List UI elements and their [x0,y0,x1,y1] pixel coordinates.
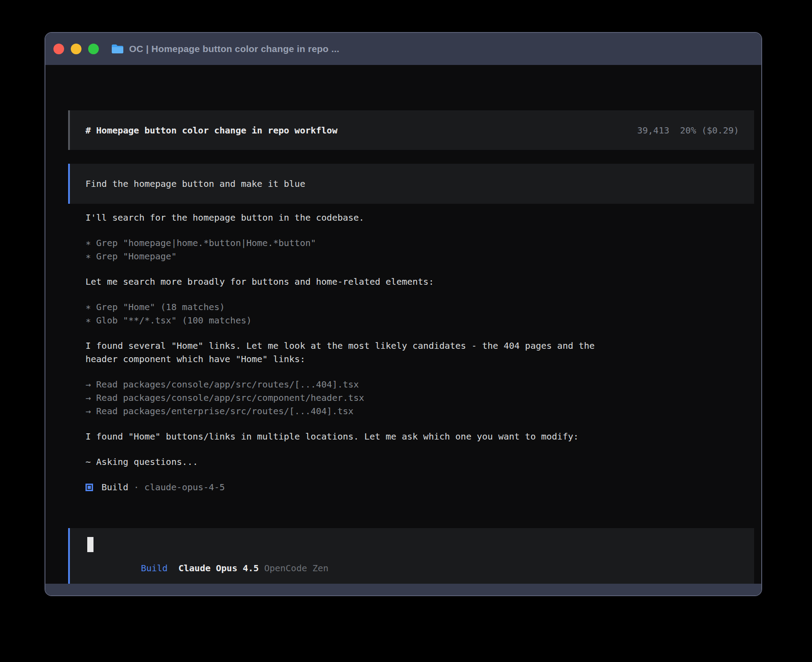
spacer [259,563,264,573]
composer-meta: Build Claude Opus 4.5 OpenCode Zen [87,552,329,584]
desktop: OC | Homepage button color change in rep… [0,0,812,662]
zoom-button[interactable] [88,44,99,54]
spacer [168,563,179,573]
assistant-text-line: Let me search more broadly for buttons a… [85,275,754,288]
text-cursor [87,537,93,552]
composer-provider-label: OpenCode Zen [264,563,329,573]
separator-dot: · [128,480,144,494]
traffic-lights [53,44,99,54]
tool-call-grep: ∗ Grep "Homepage" [85,250,754,263]
assistant-text-line: I'll search for the homepage button in t… [85,211,754,224]
tool-call-glob: ∗ Glob "**/*.tsx" (100 matches) [85,314,754,327]
window-bottom-frame [45,584,761,595]
agent-status-row: Build · claude-opus-4-5 [85,480,754,494]
model-name: claude-opus-4-5 [144,480,225,494]
agent-name: Build [102,480,128,494]
composer-model-label[interactable]: Claude Opus 4.5 [179,563,259,573]
terminal-window: OC | Homepage button color change in rep… [45,32,762,596]
window-titlebar[interactable]: OC | Homepage button color change in rep… [45,33,761,65]
tool-call-grep: ∗ Grep "Home" (18 matches) [85,300,754,314]
user-message: Find the homepage button and make it blu… [68,164,754,204]
assistant-text-line: I found "Home" buttons/links in multiple… [85,430,754,443]
session-title: # Homepage button color change in repo w… [85,125,337,136]
tool-call-read: → Read packages/console/app/src/routes/[… [85,378,754,391]
agent-square-icon [85,484,93,491]
assistant-text-line: I found several "Home" links. Let me loo… [85,339,754,352]
terminal-content: # Homepage button color change in repo w… [45,65,761,585]
user-message-text: Find the homepage button and make it blu… [85,178,305,189]
close-button[interactable] [53,44,64,54]
session-header: # Homepage button color change in repo w… [68,110,754,150]
minimize-button[interactable] [71,44,81,54]
assistant-text-line: header component which have "Home" links… [85,352,754,366]
window-title: OC | Homepage button color change in rep… [129,44,339,54]
tool-call-read: → Read packages/console/app/src/componen… [85,391,754,404]
tool-call-read: → Read packages/enterprise/src/routes/[.… [85,404,754,418]
asking-questions-status: ~ Asking questions... [85,455,754,468]
assistant-transcript: I'll search for the homepage button in t… [85,211,754,494]
folder-icon [111,44,124,54]
composer-agent-label[interactable]: Build [141,563,167,573]
tool-call-grep: ∗ Grep "homepage|home.*button|Home.*butt… [85,236,754,250]
session-token-stats: 39,413 20% ($0.29) [637,125,739,136]
